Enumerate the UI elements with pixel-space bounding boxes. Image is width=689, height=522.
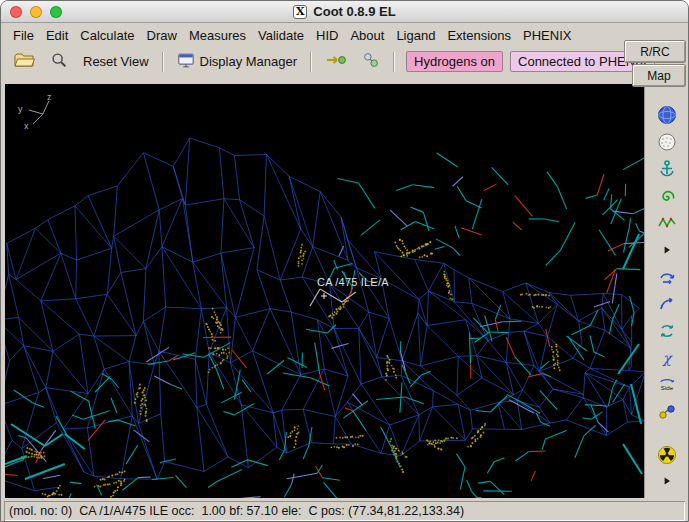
menu-measures[interactable]: Measures <box>183 25 252 46</box>
rotate-translate-icon[interactable] <box>655 266 679 288</box>
menu-phenix[interactable]: PHENIX <box>517 25 577 46</box>
side-chain-flip-icon[interactable]: Side <box>655 374 679 396</box>
modelling-toolbar: χSide <box>644 84 688 498</box>
menu-edit[interactable]: Edit <box>40 25 74 46</box>
menu-calculate[interactable]: Calculate <box>74 25 140 46</box>
anchor-icon[interactable] <box>655 158 679 180</box>
statusbar: (mol. no: 0) CA /1/A/475 ILE occ: 1.00 b… <box>1 498 688 522</box>
jiggle-fit-radiation-icon[interactable] <box>655 444 679 466</box>
monitor-icon <box>177 52 195 72</box>
menu-validate[interactable]: Validate <box>252 25 310 46</box>
minimize-button[interactable] <box>30 6 42 18</box>
atom-display-button[interactable] <box>356 50 386 74</box>
menubar: FileEditCalculateDrawMeasuresValidateHID… <box>1 23 688 47</box>
map-button[interactable]: Map <box>632 64 686 87</box>
coot-window: X Coot 0.8.9 EL FileEditCalculateDrawMea… <box>0 0 689 522</box>
open-coordinates-button[interactable] <box>7 50 41 74</box>
expander-icon[interactable] <box>655 239 679 261</box>
mutate-icon[interactable] <box>655 401 679 423</box>
toolbar: Reset View Display Manager Hydrogens on … <box>1 47 688 76</box>
globe-icon[interactable] <box>655 104 679 126</box>
linked-atoms-icon <box>362 51 380 72</box>
reset-view-button[interactable]: Reset View <box>77 50 155 74</box>
display-manager-button[interactable]: Display Manager <box>171 50 304 74</box>
regularize-zone-icon[interactable] <box>655 212 679 234</box>
window-title: Coot 0.8.9 EL <box>313 4 395 19</box>
toolbar-separator <box>393 52 395 72</box>
magnifier-icon <box>50 51 68 72</box>
menu-file[interactable]: File <box>7 25 40 46</box>
toolbar-separator <box>310 52 312 72</box>
toolbar-separator <box>162 52 164 72</box>
molecular-scene <box>5 84 644 498</box>
auto-fit-rotamer-icon[interactable] <box>655 293 679 315</box>
real-space-refine-icon[interactable] <box>655 185 679 207</box>
viewport-3d[interactable]: z y x CA /475 ILE/A <box>5 84 644 498</box>
flip-peptide-icon[interactable] <box>655 320 679 342</box>
menu-ligand[interactable]: Ligand <box>390 25 441 46</box>
display-manager-label: Display Manager <box>200 54 298 69</box>
more-tools-icon[interactable] <box>655 471 679 493</box>
menu-draw[interactable]: Draw <box>141 25 183 46</box>
close-button[interactable] <box>10 6 22 18</box>
x11-icon: X <box>293 5 307 19</box>
rrc-button[interactable]: R/RC <box>624 40 686 63</box>
reset-view-label: Reset View <box>83 54 149 69</box>
zoom-button[interactable] <box>44 50 74 74</box>
dotted-sphere-icon[interactable] <box>655 131 679 153</box>
go-to-atom-button[interactable] <box>319 50 353 74</box>
menu-about[interactable]: About <box>344 25 390 46</box>
folder-icon <box>13 51 35 72</box>
corner-buttons: R/RC Map <box>624 40 686 87</box>
titlebar[interactable]: X Coot 0.8.9 EL <box>1 1 688 23</box>
arrow-target-icon <box>325 51 347 72</box>
status-text: (mol. no: 0) CA /1/A/475 ILE occ: 1.00 b… <box>9 504 464 518</box>
hydrogens-toggle-button[interactable]: Hydrogens on <box>406 51 503 72</box>
edit-chi-angles-icon[interactable]: χ <box>655 347 679 369</box>
status-frame: (mol. no: 0) CA /1/A/475 ILE occ: 1.00 b… <box>4 501 685 521</box>
title-wrap: X Coot 0.8.9 EL <box>293 4 395 19</box>
svg-text:χ: χ <box>661 350 672 367</box>
traffic-lights <box>10 1 62 22</box>
menu-hid[interactable]: HID <box>310 25 344 46</box>
svg-text:Side: Side <box>660 384 673 391</box>
menu-extensions[interactable]: Extensions <box>441 25 517 46</box>
zoom-window-button[interactable] <box>50 6 62 18</box>
main-area: z y x CA /475 ILE/A χSide <box>1 76 688 498</box>
